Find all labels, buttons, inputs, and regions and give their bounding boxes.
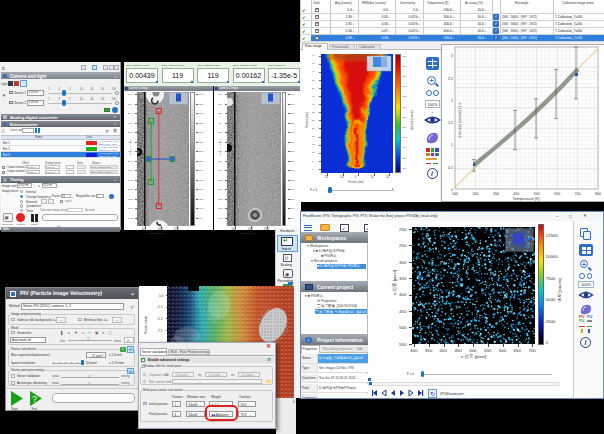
svg-text:700: 700 xyxy=(575,192,581,196)
svg-text:100: 100 xyxy=(452,192,458,196)
svg-text:1: 1 xyxy=(451,143,453,147)
svg-text:Intensity [counts] x1 e: Intensity [counts] x1 e xyxy=(458,103,462,138)
svg-text:800: 800 xyxy=(595,192,601,196)
svg-text:1.5: 1.5 xyxy=(448,121,453,125)
svg-text:3: 3 xyxy=(451,54,453,58)
svg-text:?: ? xyxy=(32,394,37,404)
svg-text:600: 600 xyxy=(554,192,560,196)
svg-text:500: 500 xyxy=(534,192,540,196)
svg-text:2.5: 2.5 xyxy=(448,77,453,81)
svg-text:0.5: 0.5 xyxy=(448,166,453,170)
svg-text:2: 2 xyxy=(451,99,453,103)
svg-text:200: 200 xyxy=(472,192,478,196)
svg-text:300: 300 xyxy=(493,192,499,196)
svg-text:0: 0 xyxy=(451,188,453,192)
svg-text:Temperature [K]: Temperature [K] xyxy=(512,197,539,201)
svg-text:400: 400 xyxy=(513,192,519,196)
